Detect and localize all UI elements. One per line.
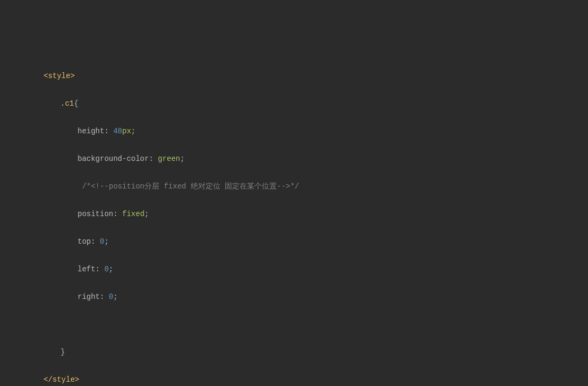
css-val: green — [158, 155, 180, 163]
code-line: } — [5, 345, 588, 359]
code-line: </style> — [5, 373, 588, 386]
code-line: .c1{ — [5, 97, 588, 110]
css-num: 0 — [104, 265, 108, 273]
comment: /*<!--position分层 fixed 绝对定位 固定在某个位置-->*/ — [78, 182, 299, 191]
style-tag-open: <style> — [44, 72, 75, 80]
code-line: left: 0; — [5, 262, 588, 276]
code-line: top: 0; — [5, 235, 588, 248]
css-prop: left: — [78, 265, 100, 273]
css-prop: right: — [78, 293, 104, 301]
css-prop: position: — [78, 210, 118, 218]
semi: ; — [104, 237, 108, 246]
css-val: fixed — [122, 210, 144, 218]
code-editor[interactable]: <style> .c1{ height: 48px; background-co… — [0, 55, 588, 386]
brace: } — [61, 348, 65, 356]
code-line: /*<!--position分层 fixed 绝对定位 固定在某个位置-->*/ — [5, 179, 588, 193]
semi: ; — [109, 265, 113, 273]
code-line: position: fixed; — [5, 207, 588, 221]
semi: ; — [113, 293, 117, 301]
semi: ; — [144, 210, 149, 218]
brace: { — [74, 99, 78, 108]
css-prop: background-color: — [78, 155, 154, 163]
code-line: right: 0; — [5, 290, 588, 304]
css-unit: px; — [122, 127, 135, 135]
blank-line — [5, 318, 588, 331]
css-prop: top: — [78, 237, 96, 246]
code-line: height: 48px; — [5, 124, 588, 138]
code-line: background-color: green; — [5, 152, 588, 166]
semi: ; — [180, 155, 184, 163]
css-num: 48 — [113, 127, 122, 135]
css-prop: height: — [78, 127, 109, 135]
css-selector: .c1 — [61, 99, 74, 108]
css-num: 0 — [109, 293, 113, 301]
code-line: <style> — [5, 69, 588, 83]
style-tag-close: </style> — [44, 375, 79, 384]
